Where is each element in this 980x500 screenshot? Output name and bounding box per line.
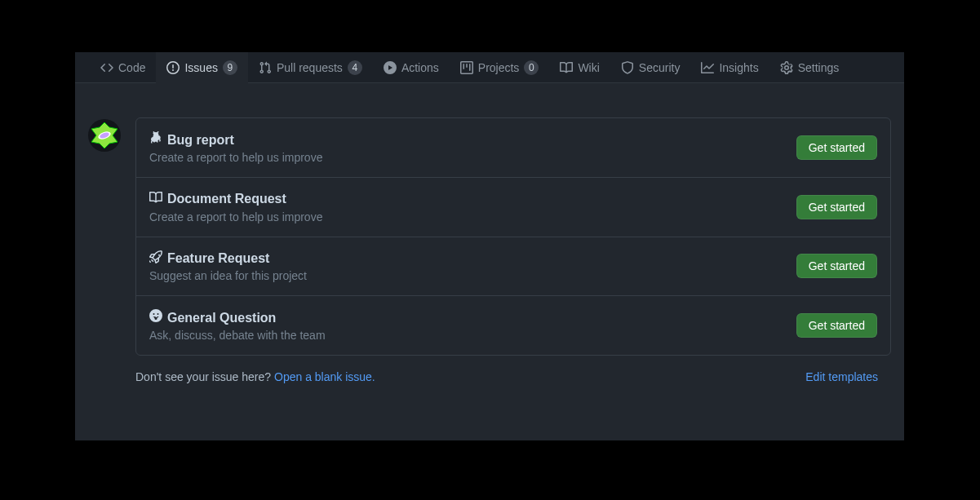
- template-document-request: Document Request Create a report to help…: [136, 178, 890, 237]
- book-icon: [149, 191, 162, 209]
- tab-projects[interactable]: Projects 0: [450, 52, 550, 83]
- template-bug-report: Bug report Create a report to help us im…: [136, 118, 890, 178]
- smiley-icon: [149, 309, 162, 327]
- template-title: General Question: [167, 310, 276, 327]
- issue-opened-icon: [166, 61, 180, 74]
- projects-counter: 0: [524, 60, 539, 75]
- rocket-icon: [149, 250, 162, 268]
- tab-pull-requests[interactable]: Pull requests 4: [248, 52, 373, 83]
- gear-icon: [780, 61, 793, 74]
- code-icon: [100, 61, 113, 74]
- tab-settings[interactable]: Settings: [769, 52, 850, 83]
- bug-icon: [149, 131, 162, 149]
- shield-icon: [621, 61, 634, 74]
- tab-issues[interactable]: Issues 9: [156, 52, 247, 83]
- template-desc: Suggest an idea for this project: [149, 269, 796, 282]
- template-title: Document Request: [167, 191, 286, 208]
- templates-wrapper: Bug report Create a report to help us im…: [135, 117, 891, 383]
- get-started-button[interactable]: Get started: [796, 313, 877, 338]
- edit-templates-link[interactable]: Edit templates: [805, 370, 878, 383]
- tab-label: Issues: [184, 61, 217, 74]
- tab-label: Actions: [401, 61, 439, 74]
- tab-label: Settings: [798, 61, 840, 74]
- tab-label: Wiki: [578, 61, 599, 74]
- tab-wiki[interactable]: Wiki: [549, 52, 610, 83]
- footer-text: Don't see your issue here? Open a blank …: [135, 370, 375, 383]
- repo-page: Code Issues 9 Pull requests 4 Actions Pr…: [75, 52, 904, 440]
- template-title: Feature Request: [167, 250, 269, 268]
- tab-security[interactable]: Security: [610, 52, 691, 83]
- get-started-button[interactable]: Get started: [796, 135, 877, 160]
- template-info: Document Request Create a report to help…: [149, 191, 796, 223]
- get-started-button[interactable]: Get started: [796, 254, 877, 278]
- tab-label: Security: [639, 61, 681, 74]
- book-icon: [560, 61, 573, 74]
- tab-label: Code: [118, 61, 145, 74]
- tab-actions[interactable]: Actions: [373, 52, 450, 83]
- pulls-counter: 4: [348, 60, 362, 75]
- template-info: Bug report Create a report to help us im…: [149, 131, 796, 164]
- project-icon: [460, 61, 473, 74]
- get-started-button[interactable]: Get started: [796, 195, 877, 219]
- issues-counter: 9: [223, 60, 237, 75]
- tab-code[interactable]: Code: [90, 52, 156, 83]
- template-title: Bug report: [167, 132, 234, 149]
- org-avatar[interactable]: [88, 119, 121, 152]
- tab-label: Pull requests: [277, 61, 343, 74]
- tab-label: Insights: [719, 61, 758, 74]
- template-info: Feature Request Suggest an idea for this…: [149, 250, 796, 283]
- content-area: Bug report Create a report to help us im…: [75, 83, 904, 440]
- tab-insights[interactable]: Insights: [690, 52, 769, 83]
- tab-label: Projects: [478, 61, 520, 74]
- template-desc: Ask, discuss, debate with the team: [149, 329, 796, 342]
- template-general-question: General Question Ask, discuss, debate wi…: [136, 296, 890, 355]
- open-blank-issue-link[interactable]: Open a blank issue.: [274, 370, 375, 383]
- play-icon: [384, 61, 397, 74]
- template-list: Bug report Create a report to help us im…: [135, 117, 891, 356]
- template-feature-request: Feature Request Suggest an idea for this…: [136, 237, 890, 297]
- template-desc: Create a report to help us improve: [149, 151, 796, 164]
- template-desc: Create a report to help us improve: [149, 210, 796, 223]
- template-info: General Question Ask, discuss, debate wi…: [149, 309, 796, 342]
- template-footer: Don't see your issue here? Open a blank …: [135, 356, 891, 383]
- graph-icon: [701, 61, 714, 74]
- repo-tabnav: Code Issues 9 Pull requests 4 Actions Pr…: [75, 52, 904, 83]
- git-pull-request-icon: [259, 61, 272, 74]
